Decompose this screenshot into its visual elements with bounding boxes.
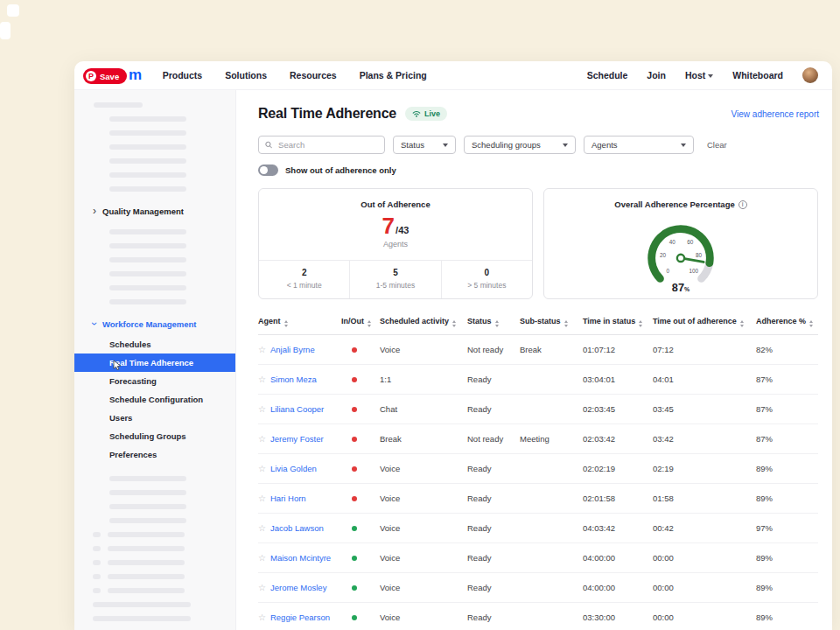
skeleton-bar — [109, 186, 186, 192]
time-out-of-adherence-cell: 00:00 — [653, 572, 756, 602]
nav-schedule[interactable]: Schedule — [587, 70, 628, 80]
column-header-inout[interactable]: In/Out — [341, 312, 380, 334]
nav-join[interactable]: Join — [647, 70, 666, 80]
agent-name-link[interactable]: Anjali Byrne — [270, 345, 315, 354]
zoom-logo[interactable]: m — [129, 66, 142, 84]
star-icon[interactable]: ☆ — [258, 494, 266, 503]
column-header-sub-status[interactable]: Sub-status — [520, 312, 583, 334]
table-row[interactable]: ☆Anjali Byrne Voice Not ready Break 01:0… — [258, 334, 818, 364]
live-badge: Live — [405, 107, 447, 121]
nav-host[interactable]: Host — [685, 70, 713, 80]
agent-name-link[interactable]: Reggie Pearson — [270, 612, 330, 622]
pinterest-save-button[interactable]: P Save — [83, 68, 127, 84]
sort-icon — [368, 320, 371, 327]
star-icon[interactable]: ☆ — [258, 464, 266, 473]
top-navigation: P Save m Products Solutions Resources Pl… — [74, 61, 832, 90]
nav-solutions[interactable]: Solutions — [225, 70, 267, 80]
table-row[interactable]: ☆Liliana Cooper Chat Ready 02:03:45 03:4… — [258, 394, 818, 424]
adherence-gauge: 0 20 40 60 80 100 87% — [544, 211, 817, 297]
search-input[interactable] — [276, 139, 378, 150]
avatar[interactable] — [802, 67, 818, 83]
star-icon[interactable]: ☆ — [258, 434, 266, 444]
column-header-time-in-status[interactable]: Time in status — [583, 312, 653, 334]
agent-cell: ☆Livia Golden — [258, 453, 341, 483]
star-icon[interactable]: ☆ — [258, 583, 266, 592]
inout-cell — [341, 334, 380, 364]
agent-name-link[interactable]: Simon Meza — [270, 374, 317, 384]
info-icon[interactable]: i — [738, 200, 747, 209]
status-cell: Ready — [467, 572, 520, 602]
sidebar-item-forecasting[interactable]: Forecasting — [74, 372, 235, 390]
skeleton-bar — [109, 257, 186, 262]
inout-dot — [352, 377, 357, 382]
table-row[interactable]: ☆Maison Mcintyre Voice Ready 04:00:00 00… — [258, 542, 818, 572]
sidebar-item-quality-management[interactable]: › Quality Management — [74, 203, 235, 219]
agent-name-link[interactable]: Livia Golden — [270, 464, 317, 473]
column-header-adherence-pct[interactable]: Adherence % — [756, 312, 818, 334]
star-icon[interactable]: ☆ — [258, 404, 266, 414]
bucket-over-5-minutes: 0 > 5 minutes — [441, 261, 532, 298]
table-row[interactable]: ☆Livia Golden Voice Ready 02:02:19 02:19… — [258, 453, 818, 483]
nav-resources[interactable]: Resources — [290, 70, 337, 80]
view-adherence-report-link[interactable]: View adherence report — [732, 109, 819, 119]
out-of-adherence-toggle[interactable] — [258, 164, 278, 176]
card-title: Overall Adherence Percentage i — [544, 200, 817, 209]
agent-name-link[interactable]: Jerome Mosley — [270, 583, 326, 592]
table-row[interactable]: ☆Jerome Mosley Voice Ready 04:00:00 00:0… — [258, 572, 818, 602]
agent-cell: ☆Jeremy Foster — [258, 424, 341, 453]
star-icon[interactable]: ☆ — [258, 523, 266, 533]
agent-name-link[interactable]: Liliana Cooper — [270, 404, 324, 414]
clear-filters-button[interactable]: Clear — [707, 140, 727, 150]
time-out-of-adherence-cell: 00:00 — [653, 602, 756, 630]
scheduled-activity-cell: Voice — [380, 483, 467, 513]
time-out-of-adherence-cell: 03:42 — [653, 424, 756, 453]
sub-status-cell — [520, 572, 583, 602]
table-row[interactable]: ☆Jacob Lawson Voice Ready 04:03:42 00:42… — [258, 513, 818, 542]
table-row[interactable]: ☆Jeremy Foster Break Not ready Meeting 0… — [258, 424, 818, 453]
status-cell: Not ready — [467, 424, 520, 453]
search-input-wrapper[interactable] — [258, 136, 385, 154]
svg-text:0: 0 — [667, 268, 670, 274]
adherence-pct-cell: 89% — [756, 602, 818, 630]
sidebar-item-real-time-adherence[interactable]: Real Time Adherence — [74, 354, 235, 372]
table-row[interactable]: ☆Simon Meza 1:1 Ready 03:04:01 04:01 87% — [258, 364, 818, 394]
sidebar-item-schedules[interactable]: Schedules — [74, 335, 235, 354]
sub-status-cell: Meeting — [520, 424, 583, 453]
column-header-time-out-of-adherence[interactable]: Time out of adherence — [653, 312, 756, 334]
sidebar-item-workforce-management[interactable]: › Workforce Management — [74, 316, 235, 332]
status-dropdown[interactable]: Status — [393, 136, 456, 154]
star-icon[interactable]: ☆ — [258, 553, 266, 563]
column-header-status[interactable]: Status — [467, 312, 520, 334]
sidebar-item-scheduling-groups[interactable]: Scheduling Groups — [74, 427, 235, 445]
agent-name-link[interactable]: Jacob Lawson — [270, 523, 324, 533]
nav-whiteboard[interactable]: Whiteboard — [732, 70, 783, 80]
nav-products[interactable]: Products — [163, 70, 203, 80]
table-row[interactable]: ☆Hari Horn Voice Ready 02:01:58 01:58 89… — [258, 483, 818, 513]
agent-name-link[interactable]: Maison Mcintyre — [270, 553, 331, 563]
sidebar-item-users[interactable]: Users — [74, 409, 235, 427]
skeleton-bar — [94, 102, 143, 108]
sidebar-item-preferences[interactable]: Preferences — [74, 445, 235, 464]
sidebar-item-schedule-configuration[interactable]: Schedule Configuration — [74, 390, 235, 409]
inout-dot — [352, 496, 357, 501]
column-header-scheduled-activity[interactable]: Scheduled activity — [380, 312, 467, 334]
scheduling-groups-dropdown[interactable]: Scheduling groups — [464, 136, 576, 154]
agent-name-link[interactable]: Jeremy Foster — [270, 434, 324, 444]
star-icon[interactable]: ☆ — [258, 612, 266, 622]
nav-plans-pricing[interactable]: Plans & Pricing — [360, 70, 427, 80]
inout-cell — [341, 394, 380, 424]
column-header-agent[interactable]: Agent — [258, 312, 341, 334]
pinterest-save-label: Save — [100, 72, 119, 81]
sub-status-cell — [520, 602, 583, 630]
star-icon[interactable]: ☆ — [258, 345, 266, 354]
table-row[interactable]: ☆Reggie Pearson Voice Ready 03:30:00 00:… — [258, 602, 818, 630]
agent-name-link[interactable]: Hari Horn — [270, 494, 306, 503]
skeleton-bar — [109, 172, 186, 178]
time-in-status-cell: 03:04:01 — [583, 364, 653, 394]
star-icon[interactable]: ☆ — [258, 374, 266, 384]
adherence-pct-cell: 82% — [756, 334, 818, 364]
chevron-right-icon: › — [93, 206, 96, 216]
agents-dropdown[interactable]: Agents — [584, 136, 694, 154]
skeleton-bar — [109, 158, 186, 164]
agent-cell: ☆Liliana Cooper — [258, 394, 341, 424]
